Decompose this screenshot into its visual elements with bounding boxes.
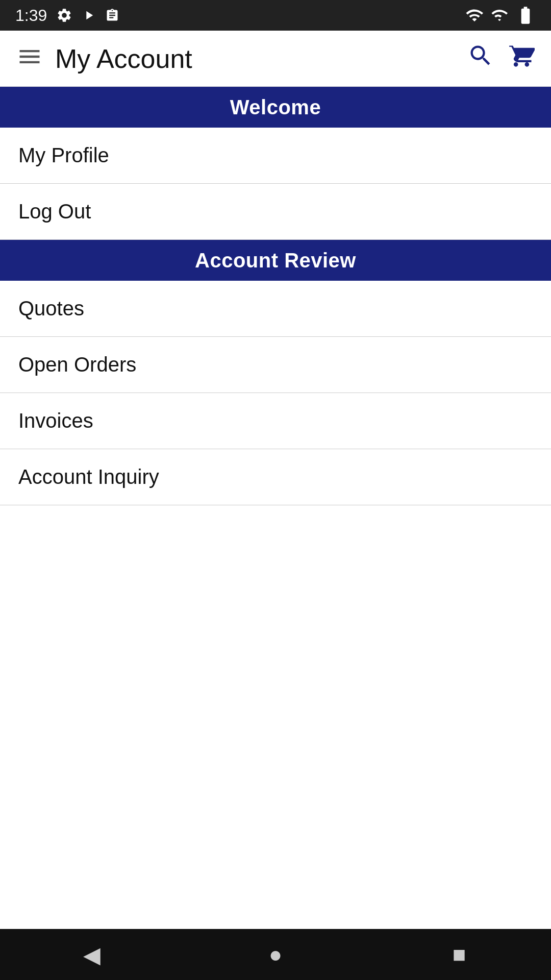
page-title: My Account <box>55 43 192 74</box>
welcome-section-header: Welcome <box>0 87 551 128</box>
app-header: My Account <box>0 31 551 87</box>
clipboard-icon <box>105 8 119 22</box>
settings-icon <box>56 7 72 23</box>
status-bar-right <box>465 5 536 26</box>
wifi-icon <box>465 6 484 24</box>
play-icon <box>82 8 96 22</box>
quotes-item[interactable]: Quotes <box>0 281 551 337</box>
my-profile-label: My Profile <box>18 144 109 167</box>
log-out-item[interactable]: Log Out <box>0 184 551 240</box>
log-out-label: Log Out <box>18 200 91 223</box>
recent-apps-button[interactable]: ■ <box>444 939 474 970</box>
home-icon: ● <box>269 942 283 967</box>
header-right <box>467 42 535 75</box>
search-button[interactable] <box>467 42 494 75</box>
cart-button[interactable] <box>508 42 535 75</box>
bottom-nav: ◀ ● ■ <box>0 929 551 980</box>
status-bar-left: 1:39 <box>15 6 119 25</box>
welcome-header-text: Welcome <box>230 96 321 119</box>
invoices-label: Invoices <box>18 409 93 432</box>
my-profile-item[interactable]: My Profile <box>0 128 551 184</box>
back-icon: ◀ <box>83 942 101 968</box>
recent-icon: ■ <box>453 942 466 967</box>
open-orders-item[interactable]: Open Orders <box>0 337 551 393</box>
hamburger-menu-button[interactable] <box>16 43 43 74</box>
account-inquiry-item[interactable]: Account Inquiry <box>0 449 551 505</box>
quotes-label: Quotes <box>18 297 84 320</box>
account-inquiry-label: Account Inquiry <box>18 465 159 488</box>
status-time: 1:39 <box>15 6 47 25</box>
back-button[interactable]: ◀ <box>77 939 107 970</box>
open-orders-label: Open Orders <box>18 353 136 376</box>
signal-icon <box>491 7 508 24</box>
account-review-header-text: Account Review <box>195 249 356 272</box>
account-review-section-header: Account Review <box>0 240 551 281</box>
home-button[interactable]: ● <box>260 939 291 970</box>
content-area <box>0 505 551 929</box>
status-bar: 1:39 <box>0 0 551 31</box>
header-left: My Account <box>16 43 192 74</box>
invoices-item[interactable]: Invoices <box>0 393 551 449</box>
battery-icon <box>515 5 536 26</box>
